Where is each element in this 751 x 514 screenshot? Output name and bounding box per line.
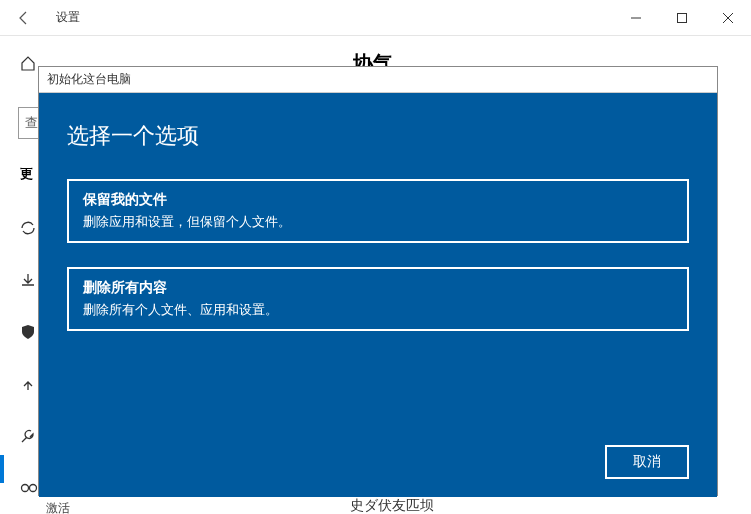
dialog-title: 选择一个选项 [67, 121, 689, 151]
sidebar-icons [20, 218, 38, 498]
option-keep-files-title: 保留我的文件 [83, 191, 673, 209]
reset-pc-dialog: 初始化这台电脑 选择一个选项 保留我的文件 删除应用和设置，但保留个人文件。 删… [38, 66, 718, 496]
troubleshoot-icon[interactable] [20, 374, 38, 394]
recovery-icon[interactable] [20, 426, 38, 446]
arrow-left-icon [16, 10, 32, 26]
dialog-header: 初始化这台电脑 [39, 67, 717, 93]
svg-rect-1 [678, 13, 687, 22]
minimize-icon [631, 13, 641, 23]
maximize-icon [677, 13, 687, 23]
option-keep-files[interactable]: 保留我的文件 删除应用和设置，但保留个人文件。 [67, 179, 689, 243]
window-controls [613, 0, 751, 36]
selected-indicator [0, 455, 4, 483]
window-title: 设置 [48, 9, 613, 26]
titlebar: 设置 [0, 0, 751, 36]
sidebar-item-activate[interactable]: 激活 [46, 500, 70, 514]
minimize-button[interactable] [613, 0, 659, 36]
cancel-button[interactable]: 取消 [605, 445, 689, 479]
dialog-body: 选择一个选项 保留我的文件 删除应用和设置，但保留个人文件。 删除所有内容 删除… [39, 93, 717, 497]
maximize-button[interactable] [659, 0, 705, 36]
delivery-icon[interactable] [20, 270, 38, 290]
svg-point-4 [22, 485, 29, 492]
shield-icon[interactable] [20, 322, 38, 342]
bottom-text: 史ダ伏友匹坝 [350, 497, 434, 514]
option-remove-everything-title: 删除所有内容 [83, 279, 673, 297]
svg-point-5 [30, 485, 37, 492]
option-remove-everything[interactable]: 删除所有内容 删除所有个人文件、应用和设置。 [67, 267, 689, 331]
option-keep-files-desc: 删除应用和设置，但保留个人文件。 [83, 213, 673, 231]
sync-icon[interactable] [20, 218, 38, 238]
search-placeholder: 查 [25, 114, 38, 132]
option-remove-everything-desc: 删除所有个人文件、应用和设置。 [83, 301, 673, 319]
back-button[interactable] [0, 0, 48, 36]
sidebar-section-label: 更 [20, 165, 33, 183]
activation-icon[interactable] [20, 478, 38, 498]
close-button[interactable] [705, 0, 751, 36]
close-icon [723, 13, 733, 23]
